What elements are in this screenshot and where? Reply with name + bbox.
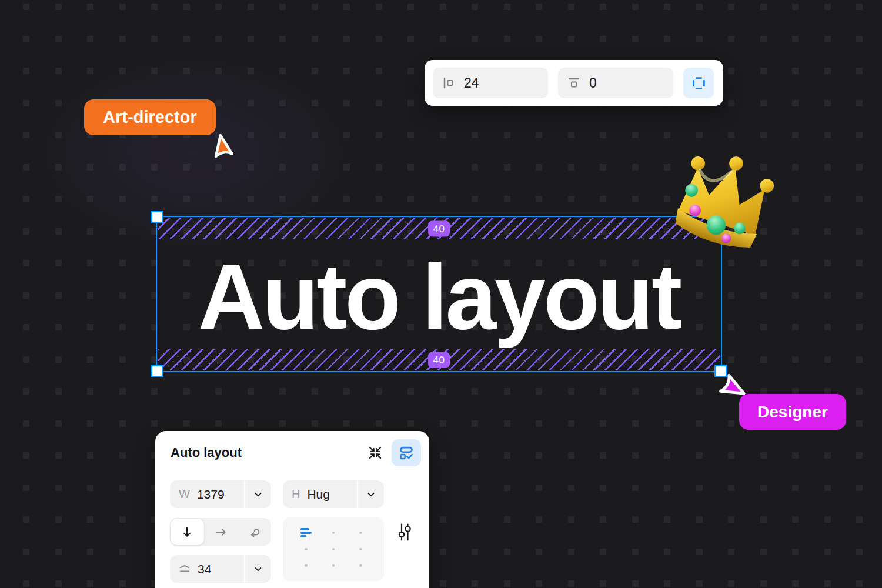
direction-wrap-button[interactable] — [238, 518, 271, 546]
auto-layout-panel: Auto layout W 1379 — [155, 431, 429, 588]
align-bottom-center[interactable] — [320, 557, 348, 574]
align-middle-right[interactable] — [347, 541, 375, 557]
sliders-icon — [396, 523, 413, 542]
align-top-right[interactable] — [347, 524, 375, 541]
height-input-group: H Hug — [283, 480, 384, 508]
gap-input-group: 34 — [170, 555, 271, 583]
height-input[interactable]: H Hug — [283, 480, 357, 508]
alignment-grid[interactable] — [283, 517, 384, 581]
height-value: Hug — [307, 487, 330, 502]
padding-area-bottom: 40 — [158, 349, 720, 370]
auto-layout-toggle-icon — [399, 445, 414, 460]
align-middle-left[interactable] — [292, 541, 320, 557]
direction-segmented-control — [170, 518, 271, 546]
headline-text-layer[interactable]: Auto layout — [157, 217, 721, 371]
width-input[interactable]: W 1379 — [170, 480, 244, 508]
direction-horizontal-button[interactable] — [205, 518, 238, 546]
selection-frame[interactable]: 40 Auto layout 40 — [156, 216, 722, 372]
width-label: W — [179, 487, 190, 501]
gap-input[interactable]: 34 — [170, 555, 244, 583]
arrow-down-icon — [181, 526, 193, 538]
align-top-left[interactable] — [292, 524, 320, 541]
row-gap-icon — [179, 564, 191, 574]
designer-label: Designer — [757, 403, 828, 422]
resize-handle-top-left[interactable] — [151, 211, 163, 223]
collapse-panel-button[interactable] — [368, 446, 382, 460]
advanced-layout-settings-button[interactable] — [393, 520, 416, 544]
spacing-toolbar: 24 0 — [425, 60, 723, 106]
height-dropdown-button[interactable] — [358, 480, 384, 508]
vertical-gap-input[interactable]: 0 — [558, 68, 673, 98]
width-value: 1379 — [197, 487, 225, 502]
art-director-cursor-icon — [208, 132, 236, 160]
align-bottom-left[interactable] — [292, 557, 320, 574]
align-top-left-icon — [300, 528, 312, 537]
align-middle-center[interactable] — [320, 541, 348, 557]
horizontal-gap-icon — [442, 76, 455, 89]
align-bottom-right[interactable] — [347, 557, 375, 574]
padding-badge-bottom: 40 — [428, 352, 450, 368]
collapse-icon — [368, 446, 382, 460]
height-label: H — [292, 487, 300, 501]
horizontal-gap-value: 24 — [464, 75, 479, 91]
wrap-icon — [249, 526, 260, 538]
gap-value: 34 — [198, 562, 211, 576]
figma-canvas: 40 Auto layout 40 24 0 — [0, 0, 882, 588]
designer-tag: Designer — [739, 394, 846, 430]
padding-frame-icon — [691, 76, 706, 91]
align-top-center[interactable] — [320, 524, 348, 541]
crown-icon — [669, 152, 776, 253]
art-director-label: Art-director — [103, 108, 197, 127]
resize-handle-bottom-left[interactable] — [151, 365, 163, 377]
gap-dropdown-button[interactable] — [245, 555, 271, 583]
panel-title: Auto layout — [171, 445, 242, 460]
auto-layout-toggle-button[interactable] — [392, 439, 421, 466]
width-input-group: W 1379 — [170, 480, 271, 508]
horizontal-gap-input[interactable]: 24 — [433, 68, 548, 98]
chevron-down-icon — [255, 567, 262, 572]
width-dropdown-button[interactable] — [245, 480, 271, 508]
vertical-gap-icon — [567, 76, 580, 89]
art-director-tag: Art-director — [84, 99, 216, 135]
direction-vertical-button[interactable] — [170, 518, 205, 546]
chevron-down-icon — [368, 492, 375, 497]
individual-padding-button[interactable] — [683, 68, 714, 98]
vertical-gap-value: 0 — [589, 75, 597, 91]
chevron-down-icon — [255, 492, 262, 497]
arrow-right-icon — [215, 526, 227, 538]
